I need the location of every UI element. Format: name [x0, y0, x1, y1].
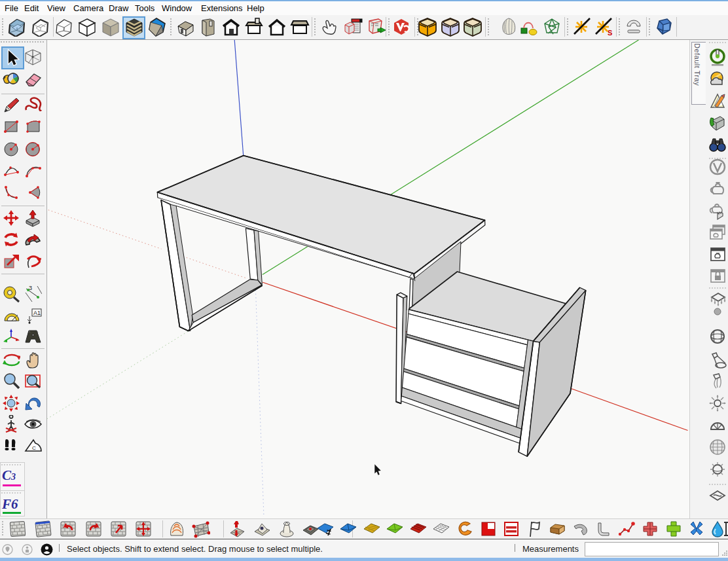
svg-text:S: S: [608, 29, 612, 37]
svg-text:3: 3: [29, 285, 32, 291]
svg-text:A1: A1: [33, 310, 41, 316]
svg-text:C: C: [32, 445, 36, 451]
